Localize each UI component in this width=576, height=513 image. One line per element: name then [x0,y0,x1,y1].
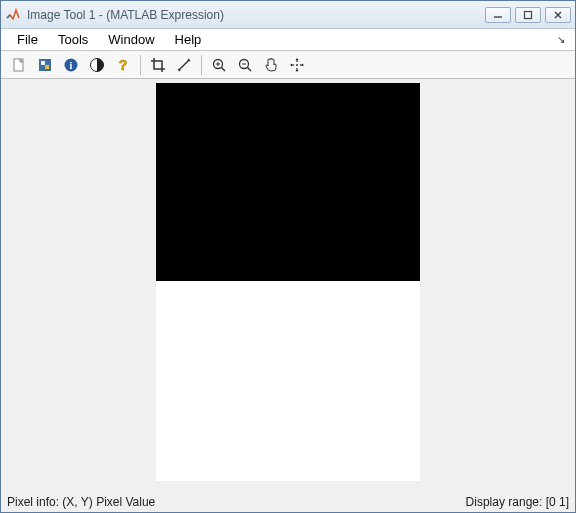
menu-help[interactable]: Help [165,30,212,49]
crop-icon[interactable] [146,53,170,77]
contrast-icon[interactable] [85,53,109,77]
window-title: Image Tool 1 - (MATLAB Expression) [27,8,485,22]
zoom-in-icon[interactable] [207,53,231,77]
dock-icon[interactable]: ↘ [553,34,569,45]
zoom-out-icon[interactable] [233,53,257,77]
status-bar: Pixel info: (X, Y) Pixel Value Display r… [1,492,575,512]
menu-window[interactable]: Window [98,30,164,49]
maximize-button[interactable] [515,7,541,23]
menu-tools[interactable]: Tools [48,30,98,49]
pan-icon[interactable] [259,53,283,77]
new-icon[interactable] [7,53,31,77]
app-window: Image Tool 1 - (MATLAB Expression) File … [0,0,576,513]
toolbar: i ? [1,51,575,79]
image-canvas[interactable] [156,83,420,481]
svg-marker-27 [296,70,299,72]
overview-icon[interactable] [285,53,309,77]
toolbar-separator [201,55,202,75]
measure-icon[interactable] [172,53,196,77]
svg-rect-6 [41,61,45,65]
close-button[interactable] [545,7,571,23]
image-black-region [156,83,420,281]
svg-marker-29 [302,63,304,66]
svg-line-16 [222,67,226,71]
window-controls [485,7,571,23]
pixel-info-label: Pixel info: (X, Y) Pixel Value [7,495,466,509]
display-range-label: Display range: [0 1] [466,495,569,509]
svg-rect-1 [525,11,532,18]
minimize-button[interactable] [485,7,511,23]
svg-marker-28 [290,63,292,66]
svg-text:i: i [70,60,73,71]
svg-marker-26 [296,58,299,60]
image-info-icon[interactable]: i [59,53,83,77]
svg-line-20 [248,67,252,71]
matlab-icon [5,7,21,23]
toolbar-separator [140,55,141,75]
svg-rect-7 [45,65,49,69]
menubar: File Tools Window Help ↘ [1,29,575,51]
menu-file[interactable]: File [7,30,48,49]
svg-text:?: ? [119,57,128,73]
svg-line-12 [179,60,189,70]
svg-point-30 [296,64,298,66]
help-icon[interactable]: ? [111,53,135,77]
pixel-region-icon[interactable] [33,53,57,77]
content-area [1,79,575,492]
titlebar: Image Tool 1 - (MATLAB Expression) [1,1,575,29]
